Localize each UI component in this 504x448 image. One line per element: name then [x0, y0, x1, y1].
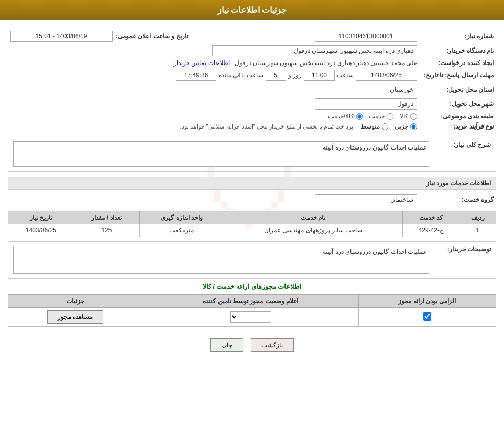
print-button[interactable]: چاپ — [210, 338, 243, 352]
license-col-details: جزئیات — [8, 295, 143, 308]
need-number-value: 1103104613000001 — [315, 31, 417, 42]
deadline-date: 1403/06/25 — [356, 70, 417, 81]
deadline-days: 5 — [266, 70, 286, 81]
view-license-button[interactable]: مشاهده مجوز — [47, 310, 103, 324]
category-option-kala-khedmat[interactable]: کالا/خدمت — [328, 113, 363, 120]
city-value: دزفول — [315, 98, 417, 110]
need-number-label: شماره نیاز: — [417, 33, 494, 40]
category-radio-group: کالا خدمت کالا/خدمت — [328, 113, 417, 120]
page-title: جزئیات اطلاعات نیاز — [0, 0, 504, 20]
table-row: 1 ج-42-429 ساخت سایر پروژههای مهندسی عمر… — [8, 224, 496, 237]
category-option-kala[interactable]: کالا — [400, 113, 417, 120]
bottom-buttons-area: بازگشت چاپ — [8, 331, 496, 359]
province-value: خوزستان — [315, 84, 417, 95]
license-row: -- مشاهده مجوز — [8, 308, 496, 327]
announcement-label: تاریخ و ساعت اعلان عمومی: — [116, 33, 188, 40]
purchase-type-label: نوع فرآیند خرید: — [417, 123, 494, 130]
service-group-value: ساختمان — [315, 194, 417, 205]
license-col-required: الزامی بودن ارائه مجوز — [358, 295, 496, 308]
back-button[interactable]: بازگشت — [251, 338, 294, 352]
category-label: طبقه بندی موضوعی: — [417, 113, 494, 120]
license-required-cell — [358, 308, 496, 327]
license-col-status: اعلام وضعیت مجوز توسط نامین کننده — [143, 295, 358, 308]
col-unit: واحد اندازه گیری — [140, 211, 224, 224]
need-description-value: عملیات احداث گابیون درروستای دره آبینه — [13, 141, 429, 167]
purchase-type-motavasset[interactable]: متوسط — [361, 123, 388, 130]
purchase-type-note: پرداخت تمام یا بخشی از مبلغ خریداز محل "… — [180, 123, 353, 130]
requester-contact-link[interactable]: اطلاعات تماس خریدار — [173, 59, 230, 67]
purchase-type-jozi[interactable]: جزیی — [395, 123, 417, 130]
purchase-type-radio-group: جزیی متوسط — [361, 123, 417, 130]
services-section-title: اطلاعات خدمات مورد نیاز — [8, 177, 496, 190]
license-details-cell: مشاهده مجوز — [8, 308, 143, 327]
deadline-label: مهلت ارسال پاسخ: تا تاریخ: — [417, 72, 494, 79]
deadline-days-label: روز و — [288, 72, 302, 79]
buyer-name-label: نام دستگاه خریدار: — [417, 47, 494, 54]
city-label: شهر محل تحویل: — [417, 100, 494, 108]
deadline-time-label: ساعت — [337, 72, 354, 79]
deadline-remaining: 17:49:36 — [176, 70, 216, 81]
col-name: نام خدمت — [224, 211, 402, 224]
deadline-remaining-label: ساعت باقی مانده — [218, 72, 264, 79]
service-group-label: گروه خدمت: — [417, 196, 494, 203]
col-date: تاریخ نیاز — [8, 211, 74, 224]
col-row: ردیف — [459, 211, 496, 224]
buyer-name-value: دهیاری دره ابینه بخش شهیون شهرستان دزفول — [212, 45, 417, 56]
services-table: ردیف کد خدمت نام خدمت واحد اندازه گیری ت… — [8, 211, 496, 237]
requester-value: علی محمد حسینی دهیار دهیاری دره ابینه بخ… — [235, 59, 417, 67]
category-option-khedmat[interactable]: خدمت — [369, 113, 393, 120]
license-section-title: اطلاعات مجوزهای ارائه خدمت / کالا — [8, 283, 496, 290]
buyer-description-label: توضیحات خریدار: — [429, 246, 491, 253]
col-code: کد خدمت — [403, 211, 459, 224]
province-label: استان محل تحویل: — [417, 86, 494, 93]
license-table: الزامی بودن ارائه مجوز اعلام وضعیت مجوز … — [8, 294, 496, 327]
deadline-time: 11:00 — [304, 70, 335, 81]
license-required-checkbox[interactable] — [423, 312, 431, 321]
col-quantity: تعداد / مقدار — [74, 211, 140, 224]
announcement-value: 1403/06/19 - 15:01 — [10, 31, 113, 42]
license-status-select[interactable]: -- — [230, 311, 271, 323]
need-description-label: شرح کلی نیاز: — [429, 141, 491, 148]
requester-label: ایجاد کننده درخواست: — [417, 59, 494, 67]
license-status-cell: -- — [143, 308, 358, 327]
buyer-description-value: عملیات احداث گابیون درروستای دره آبینه — [13, 246, 429, 274]
